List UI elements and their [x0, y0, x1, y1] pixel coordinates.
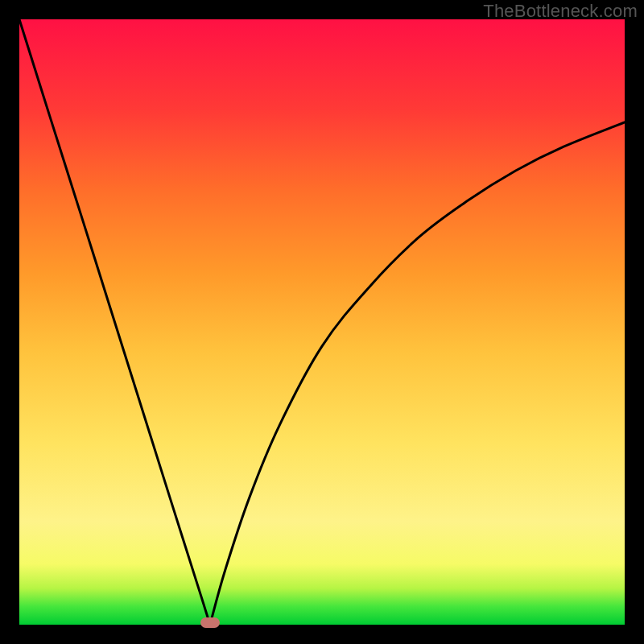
curve-right — [210, 122, 625, 625]
chart-frame: TheBottleneck.com — [0, 0, 644, 644]
minimum-marker — [200, 617, 220, 628]
curve-left — [19, 19, 210, 625]
bottleneck-curve — [19, 19, 625, 625]
plot-area — [19, 19, 625, 625]
